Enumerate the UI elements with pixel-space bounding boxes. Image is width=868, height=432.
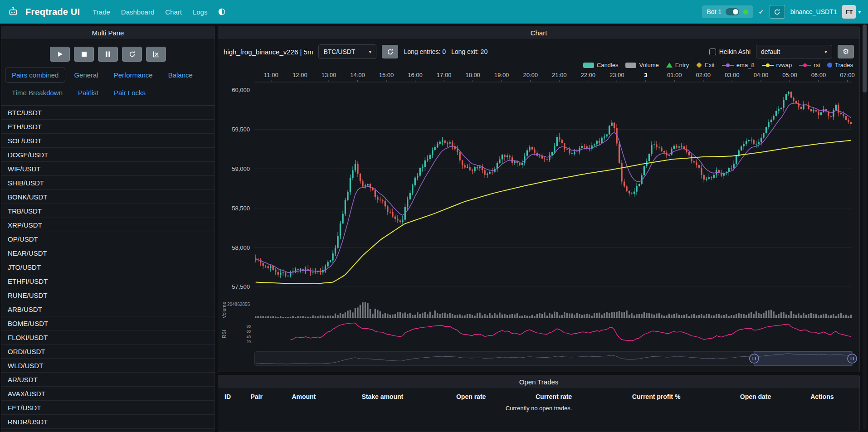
pair-select-value: BTC/USDT <box>323 48 355 55</box>
pair-row-op-usdt[interactable]: OP/USDT <box>1 232 215 246</box>
nav-link-logs[interactable]: Logs <box>193 8 208 16</box>
pair-row-bonk-usdt[interactable]: BONK/USDT <box>1 190 215 204</box>
pair-row-btc-usdt[interactable]: BTC/USDT <box>1 106 215 120</box>
tab-pairlist[interactable]: Pairlist <box>71 85 105 100</box>
tab-balance[interactable]: Balance <box>161 68 200 83</box>
chart-refresh-button[interactable] <box>382 45 398 58</box>
chart-panel: Chart high_frog_binance_v226 | 5m BTC/US… <box>218 26 860 372</box>
svg-text:57,500: 57,500 <box>232 283 250 290</box>
tab-general[interactable]: General <box>67 68 105 83</box>
line-marker <box>799 63 811 68</box>
open-trades-title: Open Trades <box>519 378 559 386</box>
pair-row-dot-usdt[interactable]: DOT/USDT <box>1 429 215 432</box>
svg-text:18:00: 18:00 <box>465 72 480 78</box>
pair-row-xrp-usdt[interactable]: XRP/USDT <box>1 218 215 232</box>
plot-settings-button[interactable]: ⚙ <box>838 45 854 58</box>
legend-item-volume[interactable]: Volume <box>625 62 658 68</box>
legend-label: Exit <box>705 62 715 68</box>
strategy-timeframe-label: high_frog_binance_v226 | 5m <box>224 48 313 56</box>
svg-text:40: 40 <box>247 335 251 339</box>
nav-link-chart[interactable]: Chart <box>165 8 182 16</box>
pair-row-ethfi-usdt[interactable]: ETHFI/USDT <box>1 274 215 288</box>
pair-row-jto-usdt[interactable]: JTO/USDT <box>1 260 215 274</box>
chart-panel-header: Chart <box>218 26 859 40</box>
pair-row-arb-usdt[interactable]: ARB/USDT <box>1 302 215 316</box>
svg-text:60,000: 60,000 <box>232 87 250 93</box>
candlestick-chart[interactable]: 60,00059,50059,00058,50058,00057,50011:0… <box>218 69 858 369</box>
legend-item-ema-8[interactable]: ema_8 <box>722 62 755 68</box>
svg-text:22:00: 22:00 <box>580 72 595 78</box>
user-menu[interactable]: FT ▾ <box>842 5 861 19</box>
pair-row-ordi-usdt[interactable]: ORDI/USDT <box>1 345 215 359</box>
plot-config-select[interactable]: default ▾ <box>756 45 832 58</box>
svg-text:58,000: 58,000 <box>232 244 250 251</box>
tab-performance[interactable]: Performance <box>107 68 160 83</box>
refresh-button[interactable] <box>770 5 785 19</box>
pair-row-eth-usdt[interactable]: ETH/USDT <box>1 120 215 134</box>
legend-item-candles[interactable]: Candles <box>583 62 619 68</box>
svg-text:14:00: 14:00 <box>350 72 365 78</box>
pair-row-fet-usdt[interactable]: FET/USDT <box>1 401 215 415</box>
main-content: Multi Pane Pairs combinedGeneralPerforma… <box>0 24 868 432</box>
tab-pair-locks[interactable]: Pair Locks <box>107 85 152 100</box>
triangle-marker <box>666 63 673 68</box>
play-button[interactable] <box>50 47 70 62</box>
diamond-marker <box>696 62 702 68</box>
svg-text:60: 60 <box>247 329 251 334</box>
line-marker <box>722 63 734 68</box>
stop-button[interactable] <box>74 47 94 62</box>
svg-text:12:00: 12:00 <box>293 72 307 78</box>
pair-row-wld-usdt[interactable]: WLD/USDT <box>1 359 215 373</box>
svg-text:204862855: 204862855 <box>227 302 250 307</box>
pair-row-bome-usdt[interactable]: BOME/USDT <box>1 316 215 330</box>
svg-text:23:00: 23:00 <box>610 72 624 78</box>
legend-item-rvwap[interactable]: rvwap <box>762 62 792 68</box>
toggle-knob <box>733 9 738 15</box>
svg-text:19:00: 19:00 <box>494 72 509 78</box>
pair-row-shib-usdt[interactable]: SHIB/USDT <box>1 176 215 190</box>
svg-text:15:00: 15:00 <box>379 72 394 78</box>
heikin-ashi-checkbox[interactable]: Heikin Ashi <box>709 48 751 55</box>
long-entries-label: Long entries: 0 <box>404 48 446 55</box>
nav-link-dashboard[interactable]: Dashboard <box>121 8 154 16</box>
legend-item-entry[interactable]: Entry <box>666 62 689 68</box>
nav-links: TradeDashboardChartLogs <box>93 8 207 16</box>
reload-button[interactable] <box>122 47 142 62</box>
pair-row-rune-usdt[interactable]: RUNE/USDT <box>1 288 215 302</box>
gear-icon: ⚙ <box>843 48 849 55</box>
pair-row-ar-usdt[interactable]: AR/USDT <box>1 373 215 387</box>
pair-row-doge-usdt[interactable]: DOGE/USDT <box>1 148 215 162</box>
legend-item-exit[interactable]: Exit <box>696 62 715 68</box>
svg-text:06:00: 06:00 <box>811 72 826 78</box>
legend-item-trades[interactable]: Trades <box>827 62 853 68</box>
page-scrollbar[interactable] <box>863 24 867 430</box>
tab-time-breakdown[interactable]: Time Breakdown <box>5 85 69 100</box>
svg-text:11:00: 11:00 <box>264 72 278 78</box>
chart-panel-title: Chart <box>531 29 547 37</box>
svg-text:04:00: 04:00 <box>754 72 769 78</box>
bot-selector[interactable]: Bot 1 <box>702 5 753 18</box>
svg-text:20: 20 <box>247 340 251 344</box>
pair-row-near-usdt[interactable]: NEAR/USDT <box>1 246 215 260</box>
pair-row-avax-usdt[interactable]: AVAX/USDT <box>1 387 215 401</box>
pair-row-rndr-usdt[interactable]: RNDR/USDT <box>1 415 215 429</box>
legend-item-rsi[interactable]: rsi <box>799 62 820 68</box>
pair-row-sol-usdt[interactable]: SOL/USDT <box>1 134 215 148</box>
column-header-current-profit: Current profit % <box>632 393 740 400</box>
pair-select[interactable]: BTC/USDT ▾ <box>318 44 376 59</box>
clear-chart-button[interactable] <box>146 47 166 62</box>
long-exit-label: Long exit: 20 <box>451 48 488 55</box>
pair-row-floki-usdt[interactable]: FLOKI/USDT <box>1 330 215 345</box>
pause-icon <box>105 51 111 57</box>
nav-link-trade[interactable]: Trade <box>93 8 110 16</box>
pair-row-trb-usdt[interactable]: TRB/USDT <box>1 204 215 218</box>
scrollbar-thumb[interactable] <box>863 24 867 92</box>
pair-row-wif-usdt[interactable]: WIF/USDT <box>1 162 215 176</box>
bot-toggle[interactable] <box>726 8 739 15</box>
tab-pairs-combined[interactable]: Pairs combined <box>5 68 65 83</box>
pane-tabs-row-2: Time BreakdownPairlistPair Locks <box>1 84 215 102</box>
pause-button[interactable] <box>98 47 118 62</box>
plot-config-value: default <box>761 48 780 55</box>
theme-toggle-icon[interactable] <box>218 8 225 15</box>
svg-text:02:00: 02:00 <box>696 72 711 78</box>
